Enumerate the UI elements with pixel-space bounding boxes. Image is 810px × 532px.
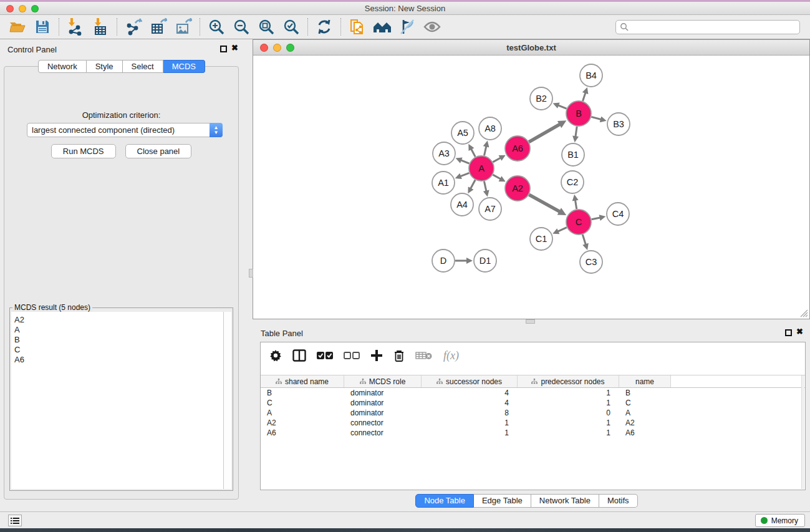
add-column-icon[interactable] bbox=[370, 349, 383, 362]
split-panel-icon[interactable] bbox=[292, 349, 306, 362]
close-window-button[interactable] bbox=[6, 5, 14, 12]
memory-button[interactable]: Memory bbox=[755, 514, 805, 527]
graph-node-label: A1 bbox=[438, 178, 449, 188]
first-neighbors-icon[interactable] bbox=[370, 17, 395, 37]
import-table-icon[interactable] bbox=[88, 17, 113, 37]
open-session-icon[interactable] bbox=[5, 17, 30, 37]
criterion-dropdown[interactable]: largest connected component (directed) ▲… bbox=[27, 123, 223, 137]
select-all-rows-icon[interactable] bbox=[317, 351, 333, 360]
graph-edge-C-C1[interactable] bbox=[557, 228, 567, 232]
graph-edge-A6-B[interactable] bbox=[529, 123, 561, 142]
column-header-name[interactable]: name bbox=[619, 375, 671, 387]
resize-grip-icon[interactable] bbox=[800, 309, 808, 317]
table-cell: A6 bbox=[261, 428, 344, 438]
zoom-fit-icon[interactable] bbox=[254, 17, 279, 37]
column-header-successor-nodes[interactable]: successor nodes bbox=[422, 375, 518, 387]
tab-edge-table[interactable]: Edge Table bbox=[474, 494, 531, 508]
graph-edge-A2-C[interactable] bbox=[529, 195, 561, 212]
graph-edge-C-C2[interactable] bbox=[575, 200, 576, 210]
apply-layout-icon[interactable] bbox=[312, 17, 337, 37]
vertical-splitter-handle[interactable] bbox=[249, 269, 253, 278]
table-scrollbar[interactable] bbox=[801, 375, 804, 489]
clone-network-icon[interactable] bbox=[345, 17, 370, 37]
tab-node-table[interactable]: Node Table bbox=[415, 494, 474, 508]
graph-edge-C-C4[interactable] bbox=[592, 218, 601, 220]
graph-edge-B-B2[interactable] bbox=[557, 105, 567, 109]
network-canvas[interactable]: B4B2BB3A8A5A6A3B1AA1C2A2A4A7C4CC1C3DD1 bbox=[253, 56, 809, 319]
tab-network-table[interactable]: Network Table bbox=[531, 494, 599, 508]
tab-mcds[interactable]: MCDS bbox=[163, 60, 205, 73]
graph-edge-A-A6[interactable] bbox=[493, 157, 501, 162]
tab-style[interactable]: Style bbox=[87, 60, 123, 73]
tab-select[interactable]: Select bbox=[123, 60, 163, 73]
graph-edge-A-A1[interactable] bbox=[460, 173, 469, 177]
graph-edge-B-B3[interactable] bbox=[591, 117, 602, 119]
search-input[interactable] bbox=[631, 22, 796, 31]
network-graph[interactable]: B4B2BB3A8A5A6A3B1AA1C2A2A4A7C4CC1C3DD1 bbox=[253, 56, 809, 319]
graph-edge-C-C3[interactable] bbox=[582, 235, 586, 245]
table-cell: 0 bbox=[518, 409, 619, 418]
float-panel-icon[interactable] bbox=[785, 329, 792, 336]
mcds-result-item[interactable]: A bbox=[14, 325, 223, 335]
column-header-predecessor-nodes[interactable]: predecessor nodes bbox=[518, 375, 619, 387]
zoom-window-button[interactable] bbox=[31, 5, 39, 12]
function-builder-icon[interactable]: f(x) bbox=[443, 349, 459, 362]
mcds-result-item[interactable]: A6 bbox=[14, 355, 223, 365]
run-mcds-button[interactable]: Run MCDS bbox=[51, 144, 116, 158]
graph-edge-A-A7[interactable] bbox=[484, 181, 486, 192]
save-session-icon[interactable] bbox=[30, 17, 55, 37]
deselect-all-rows-icon[interactable] bbox=[344, 351, 360, 360]
column-header-shared-name[interactable]: shared name bbox=[261, 375, 344, 387]
close-panel-button[interactable]: Close panel bbox=[125, 144, 192, 158]
mcds-result-list[interactable]: A2ABCA6 bbox=[11, 312, 224, 489]
graph-edge-A-A8[interactable] bbox=[484, 145, 486, 155]
toolbar-separator bbox=[59, 18, 59, 36]
tab-network[interactable]: Network bbox=[38, 60, 87, 73]
zoom-in-icon[interactable] bbox=[204, 17, 229, 37]
table-row[interactable]: Cdominator41C bbox=[261, 399, 805, 409]
attribute-tree-icon bbox=[360, 379, 366, 384]
column-header-MCDS-role[interactable]: MCDS role bbox=[344, 375, 422, 387]
delete-table-icon[interactable] bbox=[415, 351, 433, 360]
table-cell: B bbox=[261, 389, 344, 399]
delete-column-icon[interactable] bbox=[393, 349, 405, 362]
export-table-icon[interactable] bbox=[146, 17, 171, 37]
table-settings-icon[interactable] bbox=[269, 349, 282, 362]
tab-motifs[interactable]: Motifs bbox=[599, 494, 638, 508]
network-window-titlebar[interactable]: testGlobe.txt bbox=[253, 40, 809, 56]
mcds-list-scrollbar[interactable] bbox=[224, 312, 231, 489]
graph-edge-B-B4[interactable] bbox=[583, 92, 586, 101]
zoom-selected-icon[interactable] bbox=[279, 17, 304, 37]
mcds-result-item[interactable]: B bbox=[14, 335, 223, 345]
graph-edge-A-A3[interactable] bbox=[460, 160, 470, 163]
zoom-out-icon[interactable] bbox=[229, 17, 254, 37]
table-row[interactable]: A2connector11A2 bbox=[261, 418, 805, 428]
mcds-result-item[interactable]: A2 bbox=[14, 315, 223, 325]
search-field[interactable] bbox=[615, 20, 800, 34]
graph-edge-A-A2[interactable] bbox=[493, 175, 501, 179]
graph-node-label: A5 bbox=[457, 128, 468, 138]
table-row[interactable]: A6connector11A6 bbox=[261, 428, 805, 438]
minimize-window-button[interactable] bbox=[19, 5, 26, 12]
export-image-icon[interactable] bbox=[171, 17, 196, 37]
close-panel-icon[interactable]: ✖ bbox=[796, 327, 803, 336]
window-controls bbox=[6, 5, 39, 12]
mcds-result-item[interactable]: C bbox=[14, 345, 223, 355]
graph-node-label: A8 bbox=[485, 123, 496, 133]
table-cell: A2 bbox=[619, 418, 671, 428]
import-network-icon[interactable] bbox=[63, 17, 88, 37]
table-row[interactable]: Adominator80A bbox=[261, 409, 805, 418]
show-all-icon[interactable] bbox=[420, 17, 445, 37]
close-panel-icon[interactable]: ✖ bbox=[231, 43, 238, 52]
graph-edge-B-B1[interactable] bbox=[576, 127, 577, 137]
main-titlebar: Session: New Session bbox=[0, 2, 810, 15]
table-row[interactable]: Bdominator41B bbox=[261, 389, 805, 399]
export-network-icon[interactable] bbox=[121, 17, 146, 37]
hide-selected-icon[interactable] bbox=[395, 17, 420, 37]
graph-node-label: A6 bbox=[512, 143, 523, 153]
horizontal-splitter-handle[interactable] bbox=[526, 319, 535, 324]
graph-edge-A-A5[interactable] bbox=[471, 148, 475, 157]
float-panel-icon[interactable] bbox=[220, 46, 227, 52]
graph-edge-A-A4[interactable] bbox=[470, 180, 475, 190]
task-history-button[interactable] bbox=[8, 515, 22, 526]
